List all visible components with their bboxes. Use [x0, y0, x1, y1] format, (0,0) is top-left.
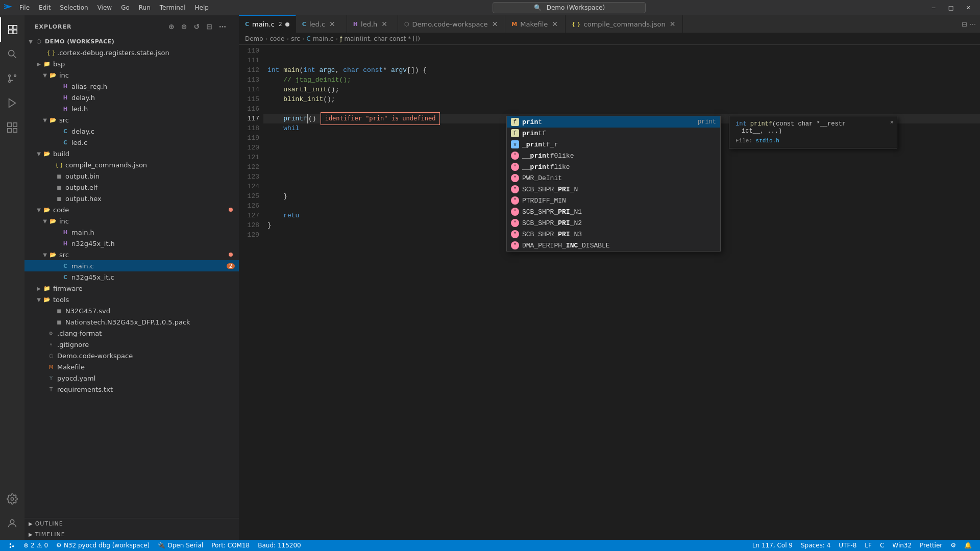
sidebar-item-bsp[interactable]: ▶ 📁 bsp: [24, 58, 239, 69]
sidebar-item-src-bsp[interactable]: ▼ 📂 src: [24, 114, 239, 126]
sidebar-item-main-c[interactable]: C main.c 2: [24, 260, 239, 271]
breadcrumb-code[interactable]: code: [270, 35, 284, 42]
ac-item-printf[interactable]: f printf: [507, 128, 720, 139]
collapse-button[interactable]: ⊟: [204, 21, 215, 32]
status-port[interactable]: Port: COM18: [207, 540, 254, 551]
sidebar-item-n32g45x-it-c[interactable]: C n32g45x_it.c: [24, 271, 239, 283]
ac-item-scb-shpr-pri-n3[interactable]: * SCB_SHPR_PRI_N3: [507, 229, 720, 240]
sidebar-item-nationstech-pack[interactable]: ■ Nationstech.N32G45x_DFP.1.0.5.pack: [24, 316, 239, 328]
menu-edit[interactable]: Edit: [35, 3, 55, 12]
sidebar-item-code[interactable]: ▼ 📂 code: [24, 204, 239, 215]
menu-selection[interactable]: Selection: [56, 3, 92, 12]
activity-debug[interactable]: [0, 91, 24, 115]
tab-close-led-h[interactable]: ✕: [380, 19, 388, 29]
ac-item-scb-shpr-pri-n1[interactable]: * SCB_SHPR_PRI_N1: [507, 206, 720, 217]
more-tabs-icon[interactable]: ⋯: [969, 20, 976, 28]
activity-source-control[interactable]: [0, 66, 24, 91]
activity-search[interactable]: [0, 42, 24, 66]
new-file-button[interactable]: ⊕: [166, 21, 177, 32]
activity-settings[interactable]: [0, 487, 24, 511]
status-encoding[interactable]: UTF-8: [835, 542, 861, 549]
sidebar-item-led-h[interactable]: H led.h: [24, 103, 239, 114]
sidebar-item-build[interactable]: ▼ 📂 build: [24, 148, 239, 159]
sidebar-item-led-c[interactable]: C led.c: [24, 137, 239, 148]
sidebar-item-clang-format[interactable]: ⚙ .clang-format: [24, 328, 239, 339]
sidebar-item-output-hex[interactable]: ■ output.hex: [24, 193, 239, 204]
activity-extensions[interactable]: [0, 115, 24, 140]
new-folder-button[interactable]: ⊕: [179, 21, 190, 32]
tab-compile-commands[interactable]: { } compile_commands.json ✕: [566, 15, 683, 33]
menu-view[interactable]: View: [93, 3, 116, 12]
sidebar-item-main-h[interactable]: H main.h: [24, 227, 239, 238]
tab-led-h[interactable]: H led.h ✕: [347, 15, 398, 33]
tab-close-compile[interactable]: ✕: [669, 19, 677, 29]
sidebar-item-n32g45x-it-h[interactable]: H n32g45x_it.h: [24, 238, 239, 249]
status-errors[interactable]: ⊗ 2 ⚠ 0: [19, 540, 52, 551]
tab-close-led-c[interactable]: ✕: [328, 19, 336, 29]
sidebar-item-delay-c[interactable]: C delay.c: [24, 126, 239, 137]
ac-item-printflike[interactable]: * __printflike: [507, 161, 720, 172]
sidebar-item-demo-workspace[interactable]: ⬡ Demo.code-workspace: [24, 350, 239, 361]
ac-item-printf-r[interactable]: v _printf_r: [507, 139, 720, 150]
sidebar-item-firmware[interactable]: ▶ 📁 firmware: [24, 283, 239, 294]
timeline-header[interactable]: ▶ TIMELINE: [24, 529, 239, 540]
close-button[interactable]: ✕: [961, 0, 976, 15]
status-baud[interactable]: Baud: 115200: [254, 540, 305, 551]
status-settings-icon[interactable]: ⚙: [946, 542, 960, 549]
activity-explorer[interactable]: [0, 17, 24, 42]
status-cursor-pos[interactable]: Ln 117, Col 9: [748, 542, 797, 549]
menu-file[interactable]: File: [15, 3, 34, 12]
sidebar-item-inc-bsp[interactable]: ▼ 📂 inc: [24, 69, 239, 81]
status-notifications[interactable]: 🔔: [960, 542, 976, 549]
sidebar-item-requirements-txt[interactable]: T requirements.txt: [24, 384, 239, 395]
tab-main-c[interactable]: C main.c 2: [239, 15, 296, 33]
status-prettier[interactable]: Prettier: [916, 542, 946, 549]
tab-close-makefile[interactable]: ✕: [551, 19, 559, 29]
sidebar-item-tools[interactable]: ▼ 📂 tools: [24, 294, 239, 305]
sidebar-item-output-elf[interactable]: ■ output.elf: [24, 182, 239, 193]
outline-header[interactable]: ▶ OUTLINE: [24, 518, 239, 529]
tab-makefile[interactable]: M Makefile ✕: [505, 15, 566, 33]
ac-item-scb-shpr-pri-n[interactable]: * SCB_SHPR_PRI_N: [507, 184, 720, 195]
sidebar-item-delay-h-bsp[interactable]: H delay.h: [24, 92, 239, 103]
sidebar-item-alias-reg[interactable]: H alias_reg.h: [24, 81, 239, 92]
ac-item-pwr-deinit[interactable]: * PWR_DeInit: [507, 172, 720, 184]
sidebar-item-compile-commands[interactable]: { } compile_commands.json: [24, 159, 239, 170]
sidebar-item-inc-code[interactable]: ▼ 📂 inc: [24, 215, 239, 227]
activity-account[interactable]: [0, 511, 24, 536]
ac-item-printf0like[interactable]: * __printf0like: [507, 150, 720, 161]
ac-item-ptrdiff-min[interactable]: * PTRDIFF_MIN: [507, 195, 720, 206]
status-spaces[interactable]: Spaces: 4: [797, 542, 835, 549]
sidebar-item-cortex-debug[interactable]: { } .cortex-debug.registers.state.json: [24, 47, 239, 58]
tab-close-workspace[interactable]: ✕: [491, 19, 499, 29]
ac-item-print[interactable]: f print print: [507, 116, 720, 128]
sidebar-item-src-code[interactable]: ▼ 📂 src: [24, 249, 239, 260]
breadcrumb-demo[interactable]: Demo: [245, 35, 263, 42]
status-line-ending[interactable]: LF: [861, 542, 876, 549]
ac-item-scb-shpr-pri-n2[interactable]: * SCB_SHPR_PRI_N2: [507, 217, 720, 229]
ac-item-dma-periph-inc-disable[interactable]: * DMA_PERIPH_INC_DISABLE: [507, 240, 720, 251]
maximize-button[interactable]: □: [943, 0, 959, 15]
menu-terminal[interactable]: Terminal: [156, 3, 190, 12]
more-actions[interactable]: ⋯: [217, 21, 229, 32]
status-language[interactable]: C: [876, 542, 888, 549]
refresh-button[interactable]: ↺: [192, 21, 203, 32]
split-editor-icon[interactable]: ⊟: [962, 20, 967, 28]
status-debug-config[interactable]: ⚙ N32 pyocd dbg (workspace): [52, 540, 154, 551]
status-git[interactable]: [4, 540, 19, 551]
menu-go[interactable]: Go: [117, 3, 134, 12]
sidebar-item-makefile[interactable]: M Makefile: [24, 361, 239, 372]
sidebar-item-gitignore[interactable]: ⑂ .gitignore: [24, 339, 239, 350]
tab-demo-workspace[interactable]: ⬡ Demo.code-workspace ✕: [398, 15, 506, 33]
workspace-root[interactable]: ▼ ⬡ DEMO (WORKSPACE): [24, 36, 239, 47]
breadcrumb-main-fn[interactable]: main(int, char const * []): [344, 35, 420, 42]
minimize-button[interactable]: ─: [926, 0, 941, 15]
search-bar[interactable]: 🔍 Demo (Workspace): [493, 2, 646, 13]
status-open-serial[interactable]: 🔌 Open Serial: [154, 540, 207, 551]
sidebar-item-n32g457-svd[interactable]: ■ N32G457.svd: [24, 305, 239, 316]
tooltip-close-button[interactable]: ✕: [890, 118, 894, 126]
status-win32[interactable]: Win32: [888, 542, 916, 549]
breadcrumb-src[interactable]: src: [291, 35, 300, 42]
breadcrumb-mainc[interactable]: main.c: [313, 35, 333, 42]
menu-help[interactable]: Help: [191, 3, 213, 12]
